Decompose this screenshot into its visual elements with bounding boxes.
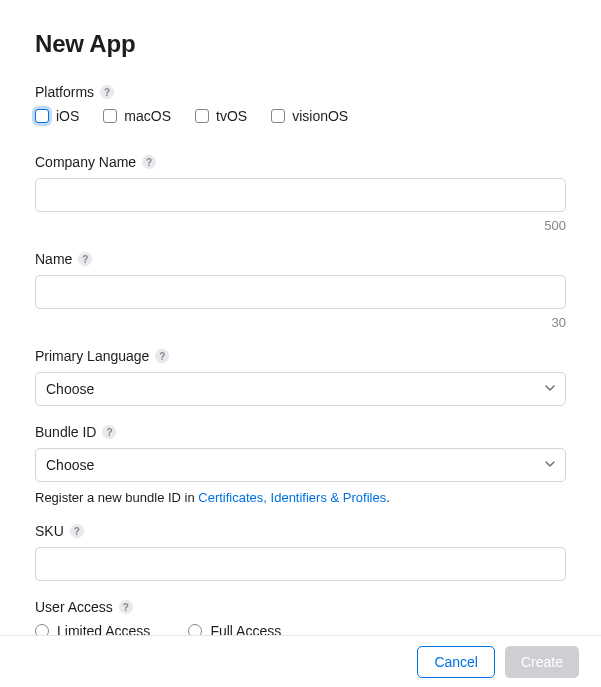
name-label: Name bbox=[35, 251, 72, 267]
user-access-field: User Access ? Limited Access Full Access bbox=[35, 599, 566, 635]
checkbox-item-macos: macOS bbox=[103, 108, 171, 124]
radio-item-limited: Limited Access bbox=[35, 623, 150, 635]
bundle-id-label-row: Bundle ID ? bbox=[35, 424, 566, 440]
bundle-id-select[interactable]: Choose bbox=[35, 448, 566, 482]
modal-footer: Cancel Create bbox=[0, 635, 601, 687]
page-title: New App bbox=[35, 30, 566, 58]
radio-label: Limited Access bbox=[57, 623, 150, 635]
primary-language-field: Primary Language ? Choose bbox=[35, 348, 566, 406]
checkbox-macos[interactable] bbox=[103, 109, 117, 123]
primary-language-select-wrap: Choose bbox=[35, 372, 566, 406]
platforms-field: Platforms ? iOS macOS tvOS visionOS bbox=[35, 84, 566, 124]
help-icon[interactable]: ? bbox=[100, 85, 114, 99]
checkbox-label: iOS bbox=[56, 108, 79, 124]
bundle-id-hint-link[interactable]: Certificates, Identifiers & Profiles bbox=[198, 490, 386, 505]
name-label-row: Name ? bbox=[35, 251, 566, 267]
user-access-label: User Access bbox=[35, 599, 113, 615]
checkbox-ios[interactable] bbox=[35, 109, 49, 123]
user-access-radio-row: Limited Access Full Access bbox=[35, 623, 566, 635]
help-icon[interactable]: ? bbox=[142, 155, 156, 169]
checkbox-label: visionOS bbox=[292, 108, 348, 124]
company-name-label-row: Company Name ? bbox=[35, 154, 566, 170]
help-icon[interactable]: ? bbox=[119, 600, 133, 614]
radio-item-full: Full Access bbox=[188, 623, 281, 635]
platforms-label-row: Platforms ? bbox=[35, 84, 566, 100]
cancel-button[interactable]: Cancel bbox=[417, 646, 495, 678]
user-access-label-row: User Access ? bbox=[35, 599, 566, 615]
sku-input[interactable] bbox=[35, 547, 566, 581]
checkbox-label: macOS bbox=[124, 108, 171, 124]
checkbox-tvos[interactable] bbox=[195, 109, 209, 123]
radio-limited-access[interactable] bbox=[35, 624, 49, 635]
primary-language-label-row: Primary Language ? bbox=[35, 348, 566, 364]
help-icon[interactable]: ? bbox=[70, 524, 84, 538]
primary-language-label: Primary Language bbox=[35, 348, 149, 364]
help-icon[interactable]: ? bbox=[78, 252, 92, 266]
bundle-id-field: Bundle ID ? Choose Register a new bundle… bbox=[35, 424, 566, 505]
sku-label: SKU bbox=[35, 523, 64, 539]
name-input[interactable] bbox=[35, 275, 566, 309]
radio-full-access[interactable] bbox=[188, 624, 202, 635]
modal-content: New App Platforms ? iOS macOS tvOS visio… bbox=[0, 0, 601, 635]
company-name-input[interactable] bbox=[35, 178, 566, 212]
bundle-id-hint: Register a new bundle ID in Certificates… bbox=[35, 490, 566, 505]
name-field: Name ? 30 bbox=[35, 251, 566, 330]
company-name-field: Company Name ? 500 bbox=[35, 154, 566, 233]
help-icon[interactable]: ? bbox=[155, 349, 169, 363]
platforms-checkbox-row: iOS macOS tvOS visionOS bbox=[35, 108, 566, 124]
platforms-label: Platforms bbox=[35, 84, 94, 100]
sku-field: SKU ? bbox=[35, 523, 566, 581]
create-button[interactable]: Create bbox=[505, 646, 579, 678]
bundle-id-label: Bundle ID bbox=[35, 424, 96, 440]
company-name-label: Company Name bbox=[35, 154, 136, 170]
company-name-counter: 500 bbox=[35, 218, 566, 233]
bundle-id-select-wrap: Choose bbox=[35, 448, 566, 482]
bundle-id-hint-suffix: . bbox=[386, 490, 390, 505]
bundle-id-hint-prefix: Register a new bundle ID in bbox=[35, 490, 198, 505]
radio-label: Full Access bbox=[210, 623, 281, 635]
help-icon[interactable]: ? bbox=[102, 425, 116, 439]
checkbox-item-tvos: tvOS bbox=[195, 108, 247, 124]
checkbox-item-ios: iOS bbox=[35, 108, 79, 124]
checkbox-visionos[interactable] bbox=[271, 109, 285, 123]
primary-language-select[interactable]: Choose bbox=[35, 372, 566, 406]
checkbox-label: tvOS bbox=[216, 108, 247, 124]
name-counter: 30 bbox=[35, 315, 566, 330]
sku-label-row: SKU ? bbox=[35, 523, 566, 539]
checkbox-item-visionos: visionOS bbox=[271, 108, 348, 124]
